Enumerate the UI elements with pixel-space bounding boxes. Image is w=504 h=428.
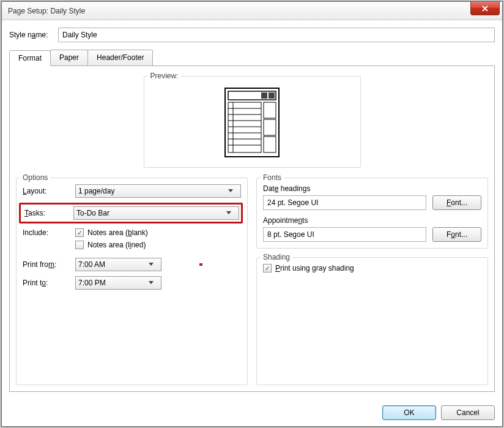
chevron-down-icon [149, 281, 158, 285]
include-label: Include: [23, 228, 75, 237]
tab-format[interactable]: Format [9, 50, 51, 66]
notes-blank-label: Notes area (blank) [87, 228, 148, 237]
svg-rect-3 [269, 92, 275, 99]
print-from-label: Print from: [23, 260, 75, 269]
chevron-down-icon [149, 263, 158, 266]
page-setup-dialog: Page Setup: Daily Style Style name: Dail… [1, 1, 503, 427]
tasks-combo-value: To-Do Bar [76, 209, 109, 217]
chevron-down-icon [228, 189, 238, 193]
print-gray-label: Print using gray shading [275, 264, 354, 272]
options-title: Options [20, 173, 50, 182]
appointments-font-button[interactable]: Font... [432, 227, 481, 242]
print-to-row: Print to: 7:00 PM [23, 276, 241, 290]
tab-paper[interactable]: Paper [50, 50, 88, 66]
print-from-row: Print from: 7:00 AM [23, 258, 241, 271]
print-from-value: 7:00 AM [78, 260, 149, 269]
print-to-combo[interactable]: 7:00 PM [75, 276, 161, 290]
print-to-value: 7:00 PM [78, 279, 149, 287]
ok-button[interactable]: OK [382, 405, 436, 420]
layout-label: Layout: [23, 187, 75, 195]
style-name-input[interactable]: Daily Style [58, 28, 495, 42]
options-group: Options Layout: 1 page/day Tasks: [16, 178, 248, 385]
notes-blank-checkbox[interactable] [75, 228, 84, 237]
tasks-row-highlight: Tasks: To-Do Bar [19, 203, 243, 223]
style-name-label: Style name: [9, 31, 58, 39]
date-headings-sample: 24 pt. Segoe UI [263, 195, 426, 210]
print-gray-checkbox[interactable] [263, 264, 272, 272]
tab-header-footer[interactable]: Header/Footer [87, 50, 153, 66]
svg-rect-2 [261, 92, 267, 99]
print-gray-row: Print using gray shading [263, 264, 481, 272]
print-from-combo[interactable]: 7:00 AM [75, 258, 161, 271]
notes-lined-label: Notes area (lined) [87, 241, 146, 249]
close-icon [481, 6, 489, 12]
layout-row: Layout: 1 page/day [23, 184, 241, 198]
fonts-group: Fonts Date headings 24 pt. Segoe UI Font… [256, 178, 488, 249]
layout-combo-value: 1 page/day [78, 187, 114, 195]
include-row: Include: Notes area (blank) Notes area (… [23, 228, 241, 253]
cancel-button[interactable]: Cancel [441, 405, 495, 420]
tasks-label: Tasks: [23, 209, 73, 217]
notes-lined-row: Notes area (lined) [75, 241, 241, 249]
shading-group: Shading Print using gray shading [256, 257, 488, 385]
titlebar: Page Setup: Daily Style [2, 2, 502, 20]
format-tab-pane: Preview: [9, 66, 495, 392]
dialog-footer: OK Cancel [2, 399, 502, 426]
red-marker-icon [199, 263, 202, 266]
tab-strip: Format Paper Header/Footer [9, 50, 495, 66]
appointments-sample: 8 pt. Segoe UI [263, 227, 426, 242]
close-button[interactable] [470, 2, 500, 15]
print-to-label: Print to: [23, 279, 75, 287]
fonts-title: Fonts [261, 173, 284, 182]
notes-lined-checkbox[interactable] [75, 241, 84, 249]
shading-title: Shading [261, 253, 292, 261]
date-headings-label: Date headings [263, 184, 481, 193]
style-name-row: Style name: Daily Style [9, 28, 495, 42]
appointments-label: Appointments [263, 216, 481, 225]
window-title: Page Setup: Daily Style [8, 7, 85, 15]
notes-blank-row: Notes area (blank) [75, 228, 241, 237]
tasks-combo[interactable]: To-Do Bar [73, 206, 239, 220]
preview-page-icon [224, 88, 280, 157]
preview-title: Preview: [148, 72, 181, 80]
chevron-down-icon [226, 211, 236, 215]
preview-group: Preview: [144, 76, 361, 168]
date-headings-font-button[interactable]: Font... [432, 195, 481, 210]
layout-combo[interactable]: 1 page/day [75, 184, 241, 198]
